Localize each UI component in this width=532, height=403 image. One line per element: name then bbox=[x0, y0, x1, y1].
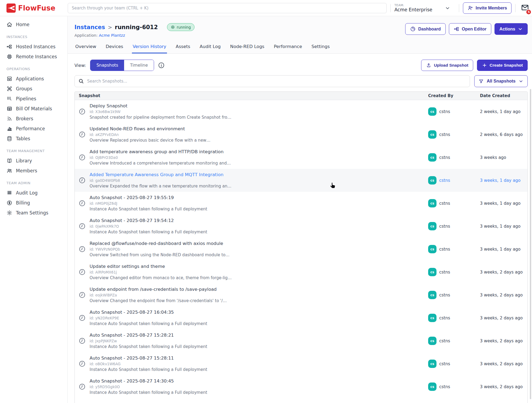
snapshot-row[interactable]: Replaced @flowfuse/node-red-dashboard wi… bbox=[75, 238, 527, 261]
sidebar-item-applications[interactable]: Applications bbox=[0, 74, 67, 84]
snapshot-row[interactable]: Add HTTP endpoint for saving credentials… bbox=[75, 398, 527, 403]
sidebar-item-label: Audit Log bbox=[16, 190, 37, 196]
snapshot-row[interactable]: Update editor settings and themeid: AlRP… bbox=[75, 261, 527, 284]
tab-overview[interactable]: Overview bbox=[74, 44, 97, 53]
snapshots-table: Snapshot Created By Date Created Deploy … bbox=[74, 91, 528, 403]
snapshot-row[interactable]: Auto Snapshot - 2025-08-27 14:30:45id: y… bbox=[75, 375, 527, 398]
snapshot-id: id: eojkWlBPZa bbox=[90, 293, 423, 297]
team-name: Acme Enterprise bbox=[394, 7, 432, 12]
gear-icon bbox=[6, 210, 12, 216]
invite-members-button[interactable]: Invite Members bbox=[463, 2, 511, 14]
snapshot-row[interactable]: Add temperature awareness group and HTTP… bbox=[75, 146, 527, 169]
snapshot-row[interactable]: Auto Snapshot - 2025-08-27 15:28:21id: J… bbox=[75, 329, 527, 352]
view-toggle-timeline[interactable]: Timeline bbox=[124, 60, 154, 71]
snapshot-id: id: YWVPzN0PQb bbox=[90, 247, 423, 251]
sidebar-item-label: Brokers bbox=[16, 116, 33, 121]
snapshot-description: Instance Auto Snapshot taken following a… bbox=[90, 230, 423, 234]
sidebar-item-pipelines[interactable]: Pipelines bbox=[0, 94, 67, 104]
snapshot-row[interactable]: Added Temperature Awareness Group and MQ… bbox=[75, 169, 527, 192]
notifications-button[interactable]: 5 bbox=[521, 4, 529, 13]
snapshot-row[interactable]: Auto Snapshot - 2025-08-27 19:54:12id: 0… bbox=[75, 215, 527, 238]
view-toggle-snapshots[interactable]: Snapshots bbox=[90, 60, 124, 71]
snapshot-filter-dropdown[interactable]: All Snapshots bbox=[474, 75, 528, 87]
snapshot-row-main: Auto Snapshot - 2025-08-27 19:54:12id: 0… bbox=[90, 218, 428, 234]
sidebar-item-label: Bill Of Materials bbox=[16, 106, 52, 111]
snapshot-row[interactable]: Updated Node-RED flows and environmentid… bbox=[75, 123, 527, 146]
snapshot-title: Auto Snapshot - 2025-08-27 15:28:21 bbox=[90, 333, 423, 338]
snapshot-id: id: oBOkv1W6AG bbox=[90, 362, 423, 366]
snapshot-author: cscstns bbox=[428, 245, 480, 253]
author-name: cstns bbox=[439, 270, 450, 275]
snapshot-row[interactable]: Auto Snapshot - 2025-08-27 16:04:35id: y… bbox=[75, 306, 527, 329]
open-editor-button[interactable]: Open Editor bbox=[449, 23, 492, 35]
sidebar-item-groups[interactable]: Groups bbox=[0, 84, 67, 94]
status-badge: running bbox=[167, 23, 195, 31]
snapshot-row[interactable]: Deploy Snapshotid: X3o6Bw1k9WSnapshot cr… bbox=[75, 100, 527, 123]
sidebar-item-label: Pipelines bbox=[16, 96, 36, 101]
column-header-date-created: Date Created bbox=[480, 93, 527, 98]
author-avatar: cs bbox=[428, 153, 436, 162]
upload-snapshot-button[interactable]: Upload Snapshot bbox=[421, 60, 473, 71]
scrollbar[interactable] bbox=[530, 89, 531, 399]
tab-version-history[interactable]: Version History bbox=[132, 44, 167, 53]
author-avatar: cs bbox=[428, 291, 436, 299]
topbar-divider bbox=[459, 4, 459, 12]
snapshot-row[interactable]: Auto Snapshot - 2025-08-27 15:28:11id: o… bbox=[75, 352, 527, 375]
clock-icon bbox=[79, 200, 86, 207]
pipelines-icon bbox=[6, 96, 12, 102]
author-name: cstns bbox=[439, 247, 450, 252]
snapshot-row[interactable]: Update endpoint from /save-credentials t… bbox=[75, 284, 527, 306]
snapshot-author: cscstns bbox=[428, 199, 480, 207]
sidebar-item-label: Hosted Instances bbox=[16, 44, 56, 49]
book-icon bbox=[6, 158, 12, 164]
author-avatar: cs bbox=[428, 222, 436, 230]
snapshot-row-main: Auto Snapshot - 2025-08-27 16:04:35id: y… bbox=[90, 310, 428, 326]
sidebar-item-remote-instances[interactable]: Remote Instances bbox=[0, 52, 67, 62]
sidebar-item-tables[interactable]: Tables bbox=[0, 134, 67, 144]
sidebar-item-members[interactable]: Members bbox=[0, 166, 67, 176]
clock-icon bbox=[79, 360, 86, 367]
sidebar-item-hosted-instances[interactable]: Hosted Instances bbox=[0, 42, 67, 52]
pie-chart-icon bbox=[410, 26, 416, 32]
chevron-down-icon bbox=[445, 5, 450, 11]
tab-settings[interactable]: Settings bbox=[311, 44, 331, 53]
sidebar-item-library[interactable]: Library bbox=[0, 156, 67, 166]
tab-assets[interactable]: Assets bbox=[175, 44, 191, 53]
column-header-created-by: Created By bbox=[428, 93, 480, 98]
tab-audit-log[interactable]: Audit Log bbox=[199, 44, 221, 53]
create-snapshot-label: Create Snapshot bbox=[490, 63, 523, 68]
tab-node-red-logs[interactable]: Node-RED Logs bbox=[229, 44, 265, 53]
snapshot-row-main: Auto Snapshot - 2025-08-27 15:28:11id: o… bbox=[90, 356, 428, 372]
create-snapshot-button[interactable]: Create Snapshot bbox=[477, 60, 528, 71]
info-icon[interactable] bbox=[158, 62, 165, 69]
dashboard-button[interactable]: Dashboard bbox=[405, 23, 446, 35]
sidebar-item-home[interactable]: Home bbox=[0, 19, 67, 29]
sidebar-item-team-settings[interactable]: Team Settings bbox=[0, 208, 67, 218]
sidebar-item-performance[interactable]: Performance bbox=[0, 124, 67, 134]
snapshot-date: 3 weeks, 2 days ago bbox=[480, 339, 527, 343]
author-avatar: cs bbox=[428, 245, 436, 253]
actions-button[interactable]: Actions bbox=[495, 23, 528, 35]
author-avatar: cs bbox=[428, 107, 436, 116]
sidebar-item-brokers[interactable]: Brokers bbox=[0, 114, 67, 124]
sidebar-item-audit-log[interactable]: Audit Log bbox=[0, 188, 67, 198]
snapshot-description: Instance Auto Snapshot taken following a… bbox=[90, 367, 423, 372]
application-link[interactable]: Acme Plantzz bbox=[99, 33, 125, 37]
team-selector[interactable]: TEAM: Acme Enterprise bbox=[394, 4, 455, 12]
column-header-snapshot: Snapshot bbox=[79, 93, 428, 98]
tab-devices[interactable]: Devices bbox=[105, 44, 124, 53]
sidebar-item-billing[interactable]: Billing bbox=[0, 198, 67, 208]
breadcrumb-instances-link[interactable]: Instances bbox=[74, 24, 105, 30]
snapshot-search-input[interactable] bbox=[74, 75, 470, 87]
snapshot-author: cscstns bbox=[428, 360, 480, 368]
snapshot-id: id: ga0D4W0Pb8 bbox=[90, 178, 423, 183]
tab-performance[interactable]: Performance bbox=[273, 44, 303, 53]
sidebar-section-label: OPERATIONS bbox=[0, 62, 67, 74]
sidebar-item-label: Billing bbox=[16, 200, 30, 206]
snapshot-row[interactable]: Auto Snapshot - 2025-08-27 19:55:19id: n… bbox=[75, 192, 527, 215]
clock-icon bbox=[79, 337, 86, 344]
global-search-input[interactable] bbox=[68, 3, 387, 13]
sidebar-item-bill-of-materials[interactable]: Bill Of Materials bbox=[0, 104, 67, 114]
snapshot-date: 3 weeks, 2 days ago bbox=[480, 270, 527, 275]
flowfuse-logo[interactable]: FlowFuse bbox=[0, 4, 68, 13]
